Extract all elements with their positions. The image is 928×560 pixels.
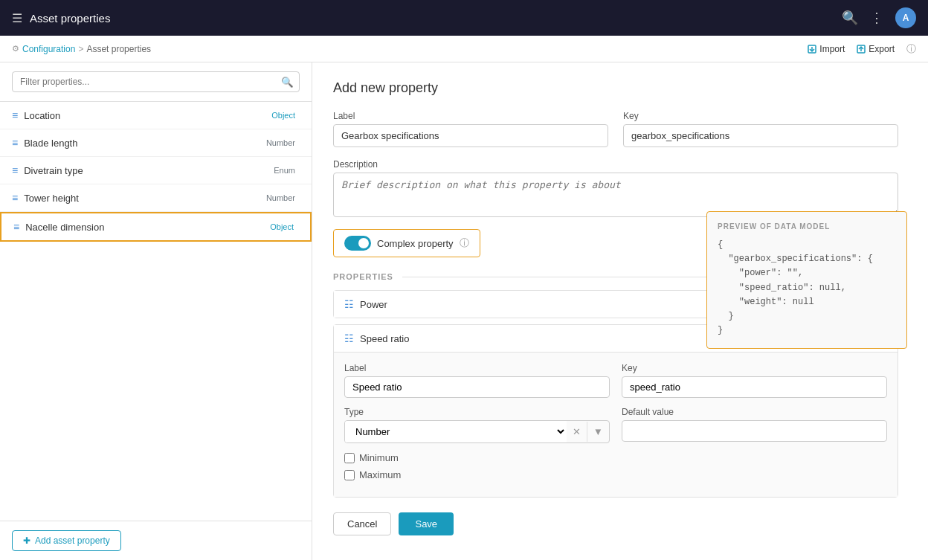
- section-title: PROPERTIES: [333, 272, 393, 281]
- complex-property-toggle-wrap: Complex property ⓘ: [333, 229, 480, 257]
- add-button-label: Add asset property: [35, 535, 110, 546]
- sidebar: 🔍 ≡ Location Object ≡ Blade length Numbe…: [0, 62, 312, 560]
- form-footer: Cancel Save: [333, 512, 898, 535]
- menu-icon[interactable]: ☰: [12, 11, 22, 25]
- description-label: Description: [333, 159, 898, 170]
- maximum-checkbox-row: Maximum: [344, 469, 887, 480]
- sidebar-item-label: Nacelle dimension: [25, 222, 265, 233]
- property-icon: ≡: [12, 164, 18, 176]
- type-select-wrap: Number String Boolean ✕ ▼: [344, 420, 610, 443]
- breadcrumb-bar: ⚙ Configuration > Asset properties Impor…: [0, 36, 928, 62]
- preview-title: PREVIEW OF DATA MODEL: [718, 222, 896, 231]
- form-title: Add new property: [333, 80, 898, 96]
- badge-enum: Enum: [269, 165, 300, 176]
- key-group: Key: [623, 111, 898, 147]
- sidebar-item-blade-length[interactable]: ≡ Blade length Number: [0, 129, 312, 157]
- sidebar-item-label: Tower height: [24, 193, 262, 204]
- navbar: ☰ Asset properties 🔍 ⋮ A: [0, 0, 928, 36]
- sub-key-group: Key: [622, 363, 887, 398]
- breadcrumb: ⚙ Configuration > Asset properties: [12, 44, 151, 54]
- sub-key-field-input[interactable]: [622, 376, 887, 398]
- content-area: Add new property Label Key Description: [312, 62, 928, 560]
- sidebar-list: ≡ Location Object ≡ Blade length Number …: [0, 102, 312, 521]
- minimum-checkbox-row: Minimum: [344, 452, 887, 463]
- plus-icon: ✚: [23, 535, 30, 546]
- type-select[interactable]: Number String Boolean: [345, 421, 567, 442]
- label-key-row: Label Key: [333, 111, 898, 147]
- sub-default-label: Default value: [622, 407, 887, 417]
- sidebar-item-label: Blade length: [24, 138, 262, 149]
- sidebar-item-tower-height[interactable]: ≡ Tower height Number: [0, 184, 312, 212]
- sidebar-item-label: Divetrain type: [24, 165, 269, 176]
- type-dropdown-button[interactable]: ▼: [587, 422, 609, 442]
- breadcrumb-separator: >: [78, 44, 83, 54]
- main-layout: 🔍 ≡ Location Object ≡ Blade length Numbe…: [0, 62, 928, 560]
- search-input[interactable]: [12, 71, 300, 92]
- sub-default-input[interactable]: [622, 420, 887, 442]
- property-item-speed-ratio-body: Label Key Type: [334, 352, 898, 497]
- complex-property-label: Complex property: [377, 238, 454, 249]
- export-button[interactable]: Export: [857, 44, 895, 54]
- maximum-checkbox[interactable]: [344, 470, 355, 480]
- label-field-label: Label: [333, 111, 608, 121]
- description-group: Description: [333, 159, 898, 217]
- sidebar-item-nacelle-dimension[interactable]: ≡ Nacelle dimension Object: [0, 212, 312, 242]
- toggle-slider: [344, 236, 371, 251]
- property-icon: ☷: [344, 332, 354, 344]
- navbar-title: Asset properties: [30, 12, 834, 25]
- minimum-checkbox-label: Minimum: [359, 452, 399, 463]
- avatar[interactable]: A: [895, 7, 916, 28]
- breadcrumb-current: Asset properties: [86, 44, 151, 54]
- search-submit-icon[interactable]: 🔍: [281, 77, 294, 88]
- label-field-input[interactable]: [333, 124, 608, 147]
- minimum-checkbox[interactable]: [344, 453, 355, 463]
- preview-panel: PREVIEW OF DATA MODEL { "gearbox_specifi…: [706, 211, 907, 349]
- complex-help-icon[interactable]: ⓘ: [460, 236, 469, 250]
- property-icon: ≡: [12, 192, 18, 204]
- breadcrumb-actions: Import Export ⓘ: [808, 42, 916, 56]
- sub-key-field-label: Key: [622, 363, 887, 373]
- cancel-button[interactable]: Cancel: [333, 512, 391, 535]
- property-icon: ≡: [12, 137, 18, 149]
- description-textarea[interactable]: [333, 173, 898, 217]
- badge-object: Object: [265, 222, 298, 232]
- sub-type-label: Type: [344, 407, 610, 417]
- label-group: Label: [333, 111, 608, 147]
- badge-number: Number: [262, 193, 300, 203]
- badge-object: Object: [267, 110, 300, 120]
- sidebar-item-location[interactable]: ≡ Location Object: [0, 102, 312, 129]
- property-icon: ☷: [344, 298, 354, 310]
- sub-label-field-label: Label: [344, 363, 610, 373]
- navbar-actions: 🔍 ⋮ A: [842, 7, 916, 28]
- key-field-input[interactable]: [623, 124, 898, 147]
- sub-type-default-row: Type Number String Boolean ✕ ▼: [344, 407, 887, 443]
- add-asset-property-button[interactable]: ✚ Add asset property: [12, 530, 121, 551]
- complex-toggle-switch[interactable]: [344, 236, 371, 251]
- save-button[interactable]: Save: [399, 512, 454, 535]
- sidebar-item-label: Location: [24, 110, 267, 121]
- sidebar-item-divetrain-type[interactable]: ≡ Divetrain type Enum: [0, 157, 312, 184]
- property-icon: ≡: [12, 109, 18, 121]
- sidebar-search: 🔍: [0, 62, 312, 102]
- badge-number: Number: [262, 138, 300, 148]
- sub-label-field-input[interactable]: [344, 376, 610, 398]
- maximum-checkbox-label: Maximum: [359, 469, 401, 480]
- type-clear-button[interactable]: ✕: [567, 422, 587, 442]
- preview-code: { "gearbox_specifications": { "power": "…: [718, 238, 896, 338]
- sub-label-key-row: Label Key: [344, 363, 887, 398]
- import-button[interactable]: Import: [808, 44, 845, 54]
- sub-type-group: Type Number String Boolean ✕ ▼: [344, 407, 610, 443]
- export-label: Export: [869, 44, 895, 54]
- breadcrumb-config[interactable]: Configuration: [22, 44, 75, 54]
- grid-icon[interactable]: ⋮: [870, 10, 883, 26]
- import-label: Import: [819, 44, 845, 54]
- help-icon[interactable]: ⓘ: [906, 42, 916, 56]
- key-field-label: Key: [623, 111, 898, 121]
- property-icon: ≡: [13, 221, 19, 233]
- sub-label-group: Label: [344, 363, 610, 398]
- search-icon[interactable]: 🔍: [842, 10, 858, 26]
- sidebar-footer: ✚ Add asset property: [0, 521, 312, 560]
- property-item-speed-ratio: ☷ Speed ratio ⌃ Label Key: [333, 324, 898, 498]
- sub-default-group: Default value: [622, 407, 887, 443]
